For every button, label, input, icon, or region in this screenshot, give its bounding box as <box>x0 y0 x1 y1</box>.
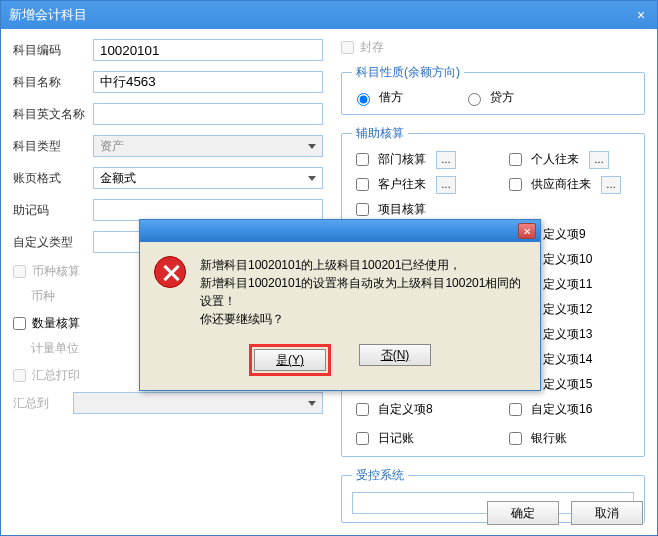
label-mnemonic: 助记码 <box>13 202 93 219</box>
label-type: 科目类型 <box>13 138 93 155</box>
qty-check-label: 数量核算 <box>32 315 80 332</box>
sumprint-checkbox <box>13 369 26 382</box>
type-value: 资产 <box>100 138 124 155</box>
sealed-label: 封存 <box>360 39 384 56</box>
label-name: 科目名称 <box>13 74 93 91</box>
main-window: 新增会计科目 × 科目编码 科目名称 科目英文名称 科目类型 资产 <box>0 0 658 536</box>
qty-checkbox[interactable] <box>13 317 26 330</box>
code-input[interactable] <box>93 39 323 61</box>
nature-legend: 科目性质(余额方向) <box>352 64 464 81</box>
sumto-select <box>73 392 323 414</box>
controlled-legend: 受控系统 <box>352 467 408 484</box>
aux-legend: 辅助核算 <box>352 125 408 142</box>
chevron-down-icon <box>308 401 316 406</box>
label-unit: 计量单位 <box>13 340 93 357</box>
cancel-button[interactable]: 取消 <box>571 501 643 525</box>
sumprint-label: 汇总打印 <box>32 367 80 384</box>
chevron-down-icon <box>308 176 316 181</box>
chk-daybook[interactable] <box>356 432 369 445</box>
window-title: 新增会计科目 <box>9 6 87 24</box>
type-select: 资产 <box>93 135 323 157</box>
radio-debit[interactable]: 借方 <box>352 89 403 106</box>
cust-picker-button[interactable]: … <box>436 176 456 194</box>
dialog-message: 新增科目10020101的上级科目100201已经使用， 新增科目1002010… <box>200 256 526 328</box>
close-icon[interactable]: × <box>633 7 649 23</box>
chk-cust[interactable] <box>356 178 369 191</box>
label-engname: 科目英文名称 <box>13 106 93 123</box>
label-pageformat: 账页格式 <box>13 170 93 187</box>
error-icon <box>154 256 186 288</box>
currency-check-label: 币种核算 <box>32 263 80 280</box>
engname-input[interactable] <box>93 103 323 125</box>
personal-picker-button[interactable]: … <box>589 151 609 169</box>
sealed-checkbox <box>341 41 354 54</box>
pageformat-value: 金额式 <box>100 170 136 187</box>
chk-project[interactable] <box>356 203 369 216</box>
dialog-titlebar: ✕ <box>140 220 540 242</box>
supplier-picker-button[interactable]: … <box>601 176 621 194</box>
chk-bankbook[interactable] <box>509 432 522 445</box>
nature-fieldset: 科目性质(余额方向) 借方 贷方 <box>341 64 645 115</box>
no-button[interactable]: 否(N) <box>359 344 431 366</box>
window-titlebar: 新增会计科目 × <box>1 1 657 29</box>
chk-c8[interactable] <box>356 403 369 416</box>
ok-button[interactable]: 确定 <box>487 501 559 525</box>
dept-picker-button[interactable]: … <box>436 151 456 169</box>
radio-credit[interactable]: 贷方 <box>463 89 514 106</box>
chk-c16[interactable] <box>509 403 522 416</box>
label-customtype: 自定义类型 <box>13 234 93 251</box>
yes-button[interactable]: 是(Y) <box>254 349 326 371</box>
label-currency: 币种 <box>13 288 93 305</box>
currency-checkbox <box>13 265 26 278</box>
yes-button-highlight: 是(Y) <box>249 344 331 376</box>
label-sumto: 汇总到 <box>13 395 73 412</box>
chk-personal[interactable] <box>509 153 522 166</box>
mnemonic-input[interactable] <box>93 199 323 221</box>
dialog-close-button[interactable]: ✕ <box>518 223 536 239</box>
pageformat-select[interactable]: 金额式 <box>93 167 323 189</box>
chk-dept[interactable] <box>356 153 369 166</box>
chk-supplier[interactable] <box>509 178 522 191</box>
name-input[interactable] <box>93 71 323 93</box>
chevron-down-icon <box>308 144 316 149</box>
confirm-dialog: ✕ 新增科目10020101的上级科目100201已经使用， 新增科目10020… <box>139 219 541 391</box>
label-code: 科目编码 <box>13 42 93 59</box>
